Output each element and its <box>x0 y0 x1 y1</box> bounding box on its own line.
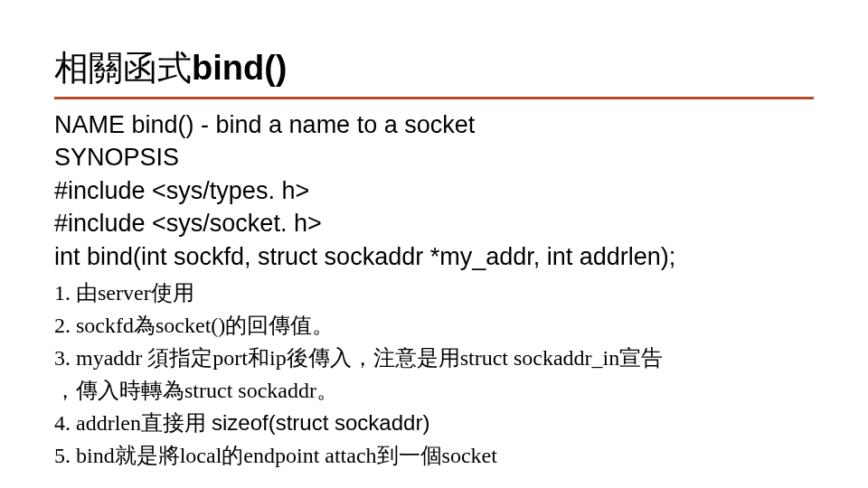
note-3b: ，傳入時轉為struct sockaddr。 <box>54 374 814 407</box>
title-bold: bind() <box>192 49 288 87</box>
note-4: 4. addrlen直接用 sizeof(struct sockaddr) <box>54 407 814 439</box>
notes-block: 1. 由server使用 2. sockfd為socket()的回傳值。 3. … <box>54 277 814 472</box>
synopsis-line-signature: int bind(int sockfd, struct sockaddr *my… <box>54 240 814 273</box>
note-1: 1. 由server使用 <box>54 277 814 309</box>
slide-title: 相關函式bind() <box>54 45 814 99</box>
synopsis-block: NAME bind() - bind a name to a socket SY… <box>54 108 814 273</box>
title-cjk: 相關函式 <box>54 49 192 87</box>
note-4a: 4. addrlen直接用 <box>54 411 212 435</box>
synopsis-line-heading: SYNOPSIS <box>54 141 814 174</box>
note-5: 5. bind就是將local的endpoint attach到一個socket <box>54 439 814 472</box>
note-2: 2. sockfd為socket()的回傳值。 <box>54 309 814 342</box>
note-4b: sizeof(struct sockaddr) <box>212 410 429 435</box>
synopsis-line-name: NAME bind() - bind a name to a socket <box>54 108 814 141</box>
note-3: 3. myaddr 須指定port和ip後傳入，注意是用struct socka… <box>54 342 814 374</box>
synopsis-line-include2: #include <sys/socket. h> <box>54 207 814 239</box>
synopsis-line-include1: #include <sys/types. h> <box>54 174 814 207</box>
